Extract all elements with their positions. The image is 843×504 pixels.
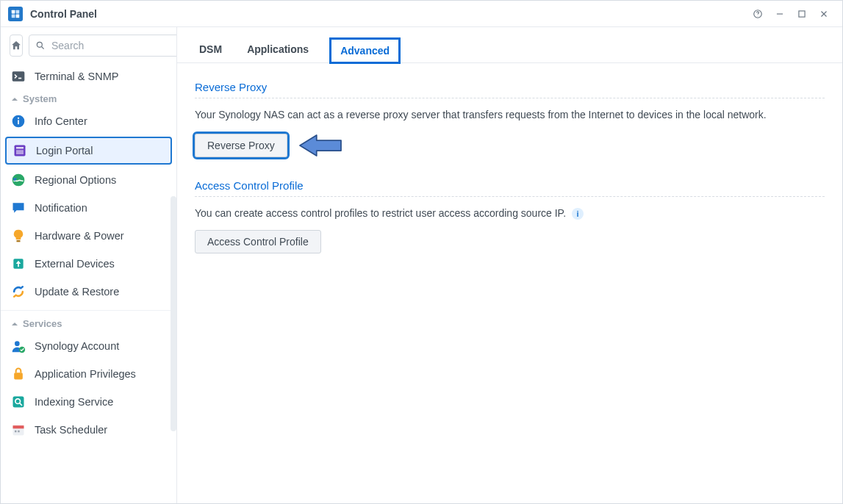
sidebar-item-external-devices[interactable]: External Devices [1,250,176,278]
window-title: Control Panel [30,8,97,20]
svg-rect-26 [13,397,24,408]
minimize-button[interactable] [769,3,791,25]
search-icon [35,40,46,51]
sidebar-item-task-scheduler[interactable]: Task Scheduler [1,416,176,444]
login-portal-icon [12,143,27,158]
svg-rect-0 [12,10,15,13]
sidebar-item-update-restore[interactable]: Update & Restore [1,278,176,306]
info-icon [11,114,26,129]
search-input[interactable] [50,39,177,52]
main-panel: DSM Applications Advanced Reverse Proxy … [177,27,842,503]
lock-icon [11,367,26,381]
search-service-icon [11,395,26,409]
titlebar: Control Panel [1,1,842,27]
help-button[interactable] [747,3,769,25]
scrollbar[interactable] [171,196,176,431]
terminal-icon [11,69,26,84]
sidebar-item-synology-account[interactable]: Synology Account [1,332,176,360]
reverse-proxy-button[interactable]: Reverse Proxy [195,134,287,157]
maximize-button[interactable] [791,3,813,25]
calendar-icon [11,422,26,437]
svg-rect-30 [13,425,24,428]
svg-rect-15 [18,120,19,124]
app-icon [8,7,23,21]
sidebar-nav: Terminal & SNMP System Info Center Login… [1,62,176,503]
globe-icon [11,173,26,187]
svg-rect-21 [17,240,21,242]
close-button[interactable] [813,3,835,25]
section-title-access-control: Access Control Profile [195,179,825,192]
home-button[interactable] [10,35,23,57]
info-icon[interactable]: i [572,208,584,220]
tab-advanced[interactable]: Advanced [329,37,401,64]
chat-icon [11,201,26,215]
divider [195,196,825,197]
svg-rect-25 [14,372,23,379]
tab-applications[interactable]: Applications [243,36,313,62]
chevron-up-icon [11,320,18,328]
access-control-description: You can create access control profiles t… [195,207,825,220]
svg-line-11 [42,47,44,49]
reverse-proxy-description: Your Synology NAS can act as a reverse p… [195,109,825,120]
sidebar-item-info-center[interactable]: Info Center [1,107,176,135]
svg-point-5 [758,15,758,16]
bulb-icon [11,228,26,243]
tab-dsm[interactable]: DSM [195,36,226,62]
group-header-services[interactable]: Services [1,310,176,332]
svg-point-10 [37,42,42,47]
sidebar-item-hardware-power[interactable]: Hardware & Power [1,222,176,250]
svg-point-16 [18,118,19,119]
divider [195,98,825,98]
search-field[interactable] [29,35,177,57]
tabs: DSM Applications Advanced [177,27,842,63]
upload-device-icon [11,256,26,271]
svg-rect-19 [16,150,24,154]
svg-rect-32 [18,431,20,433]
tab-content-advanced: Reverse Proxy Your Synology NAS can act … [177,63,842,286]
svg-rect-12 [12,71,25,81]
svg-rect-7 [799,10,805,16]
sidebar-item-indexing-service[interactable]: Indexing Service [1,388,176,416]
group-header-system[interactable]: System [1,90,176,107]
sidebar-item-application-privileges[interactable]: Application Privileges [1,360,176,388]
svg-rect-3 [16,14,20,18]
sidebar: Terminal & SNMP System Info Center Login… [1,27,177,503]
sync-icon [11,284,26,299]
sidebar-item-terminal-snmp[interactable]: Terminal & SNMP [1,62,176,90]
svg-rect-2 [12,14,15,18]
callout-arrow-icon [295,131,346,160]
svg-rect-31 [15,431,17,433]
sidebar-item-login-portal[interactable]: Login Portal [5,137,172,165]
svg-rect-1 [16,10,20,13]
svg-rect-18 [16,147,24,149]
sidebar-item-regional-options[interactable]: Regional Options [1,166,176,194]
sidebar-item-notification[interactable]: Notification [1,194,176,222]
user-check-icon [11,339,26,353]
app-window: Control Panel Terminal & SNMP [0,0,843,504]
access-control-profile-button[interactable]: Access Control Profile [195,230,321,253]
chevron-up-icon [11,96,18,103]
section-title-reverse-proxy: Reverse Proxy [195,81,825,93]
svg-point-23 [15,341,20,346]
